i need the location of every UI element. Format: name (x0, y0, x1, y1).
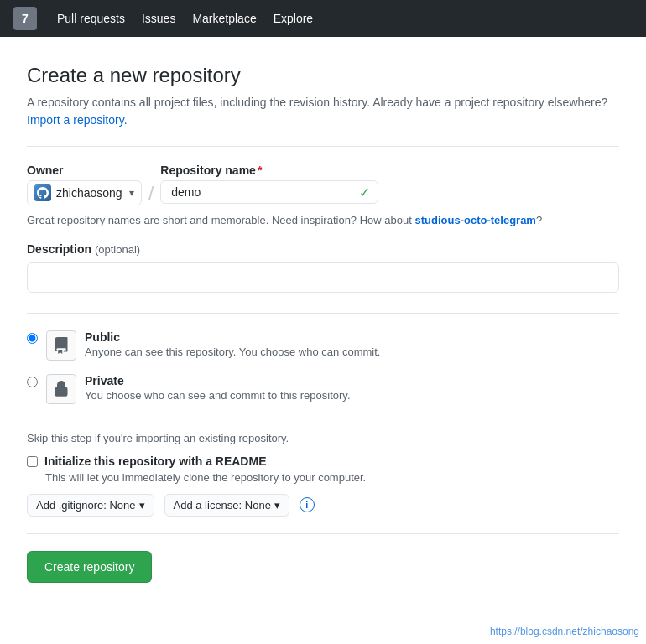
dropdown-chevron-license: ▾ (274, 499, 280, 512)
private-text: Private You choose who can see and commi… (85, 374, 351, 402)
init-skip-text: Skip this step if you're importing an ex… (27, 432, 619, 444)
checkmark-icon: ✓ (359, 184, 370, 200)
slash-separator: / (148, 165, 154, 204)
public-label[interactable]: Public (85, 330, 380, 344)
owner-label: Owner (27, 164, 142, 177)
marketplace-link[interactable]: Marketplace (185, 7, 263, 30)
owner-avatar (34, 184, 51, 201)
issues-link[interactable]: Issues (135, 7, 182, 30)
description-label: Description (optional) (27, 242, 619, 256)
divider-2 (27, 313, 619, 314)
navbar: 7 Pull requests Issues Marketplace Explo… (0, 0, 646, 37)
description-group: Description (optional) (27, 242, 619, 296)
page-description: A repository contains all project files,… (27, 94, 619, 129)
github-logo[interactable]: 7 (13, 7, 37, 30)
divider-1 (27, 146, 619, 147)
repo-name-input[interactable] (160, 180, 378, 204)
import-link[interactable]: Import a repository. (27, 113, 128, 127)
suggestion-link[interactable]: studious-octo-telegram (414, 214, 535, 226)
dropdown-chevron-gitignore: ▾ (139, 499, 145, 512)
public-text: Public Anyone can see this repository. Y… (85, 330, 380, 358)
repo-name-input-wrapper: ✓ (160, 180, 378, 204)
pull-requests-link[interactable]: Pull requests (50, 7, 132, 30)
info-icon[interactable]: i (300, 497, 315, 512)
public-option: Public Anyone can see this repository. Y… (27, 330, 619, 361)
initialize-section: Skip this step if you're importing an ex… (27, 418, 619, 517)
private-desc: You choose who can see and commit to thi… (85, 389, 351, 402)
public-radio[interactable] (27, 333, 38, 344)
private-radio[interactable] (27, 377, 38, 387)
page-title: Create a new repository (27, 64, 619, 87)
private-label[interactable]: Private (85, 374, 351, 387)
init-readme-desc: This will let you immediately clone the … (45, 471, 619, 484)
public-icon-box (46, 330, 76, 361)
private-option: Private You choose who can see and commi… (27, 374, 619, 404)
license-dropdown[interactable]: Add a license: None ▾ (164, 494, 289, 517)
create-repository-button[interactable]: Create repository (27, 551, 152, 583)
repo-name-label: Repository name* (160, 164, 378, 177)
required-star: * (258, 164, 262, 177)
repo-name-group: Repository name* ✓ (160, 164, 378, 204)
description-optional: (optional) (95, 243, 140, 256)
visibility-radio-group: Public Anyone can see this repository. Y… (27, 330, 619, 404)
init-checkbox-row: Initialize this repository with a README (27, 454, 619, 468)
gitignore-dropdown[interactable]: Add .gitignore: None ▾ (27, 494, 154, 517)
init-readme-label[interactable]: Initialize this repository with a README (44, 454, 266, 468)
owner-repo-row: Owner zhichaosong ▾ / Repository name* ✓ (27, 164, 619, 205)
chevron-down-icon: ▾ (129, 187, 134, 199)
dropdown-row: Add .gitignore: None ▾ Add a license: No… (27, 494, 619, 517)
repo-name-hint: Great repository names are short and mem… (27, 212, 619, 229)
owner-name: zhichaosong (56, 186, 122, 200)
navbar-links: Pull requests Issues Marketplace Explore (50, 7, 320, 30)
description-input[interactable] (27, 262, 619, 293)
main-content: Create a new repository A repository con… (0, 37, 646, 616)
owner-group: Owner zhichaosong ▾ (27, 164, 142, 205)
explore-link[interactable]: Explore (267, 7, 320, 30)
public-desc: Anyone can see this repository. You choo… (85, 345, 380, 358)
owner-select[interactable]: zhichaosong ▾ (27, 180, 142, 205)
create-section: Create repository (27, 533, 619, 583)
private-icon-box (46, 374, 76, 404)
init-readme-checkbox[interactable] (27, 456, 38, 467)
